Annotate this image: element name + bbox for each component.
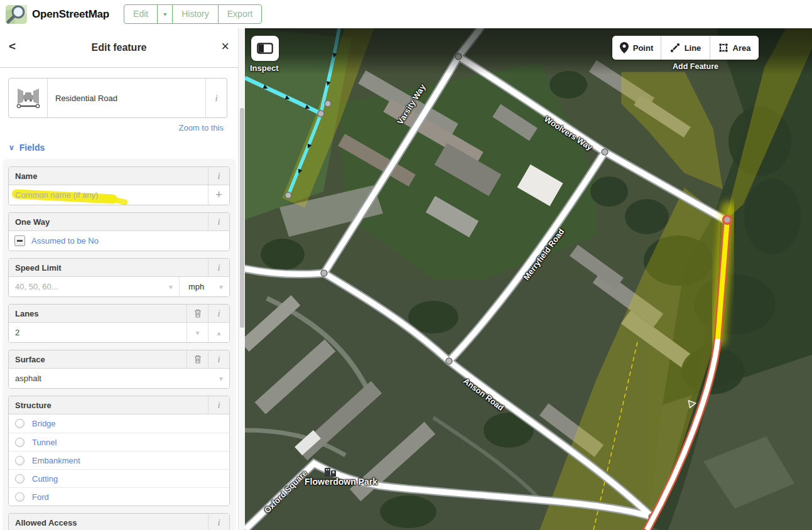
point-pin-icon <box>620 42 629 53</box>
inspect-icon <box>257 43 273 54</box>
preset-name: Residential Road <box>48 78 205 117</box>
inspect-label: Inspect <box>250 63 279 73</box>
add-language-button[interactable]: + <box>208 185 229 205</box>
trash-icon <box>194 355 202 364</box>
add-area-button[interactable]: Area <box>710 36 759 60</box>
info-icon: i <box>217 400 220 411</box>
structure-option-ford[interactable]: Ford <box>9 487 229 506</box>
export-button[interactable]: Export <box>218 4 262 24</box>
name-input[interactable] <box>9 185 208 205</box>
preset-info-button[interactable]: i <box>205 78 227 117</box>
info-icon: i <box>217 308 220 319</box>
edit-dropdown-caret-icon[interactable]: ▾ <box>157 4 173 24</box>
edit-feature-sidebar: < Edit feature × Residential Road <box>0 28 245 530</box>
info-icon: i <box>217 171 220 181</box>
one-way-checkbox[interactable] <box>14 235 25 246</box>
radio-icon <box>15 474 24 484</box>
speed-limit-label: Speed Limit <box>9 259 208 276</box>
info-icon: i <box>215 93 217 104</box>
lanes-info-button[interactable]: i <box>208 305 229 322</box>
line-icon <box>670 43 680 53</box>
surface-caret-icon[interactable]: ▾ <box>219 369 229 388</box>
structure-option-label: Bridge <box>32 419 56 428</box>
structure-option-cutting[interactable]: Cutting <box>9 469 229 487</box>
fields-section-toggle[interactable]: ∨ Fields <box>9 143 45 153</box>
speed-caret-icon[interactable]: ▾ <box>169 277 179 296</box>
name-field-label: Name <box>9 167 208 185</box>
lanes-field: Lanes i ▾ ▴ <box>8 304 230 343</box>
one-way-field: One Way i Assumed to be No <box>8 212 230 251</box>
surface-input[interactable] <box>9 369 219 388</box>
structure-option-label: Cutting <box>32 474 58 484</box>
brand-title: OpenStreetMap <box>32 8 109 21</box>
area-icon <box>718 43 728 53</box>
structure-option-tunnel[interactable]: Tunnel <box>9 433 229 451</box>
structure-option-embankment[interactable]: Embankment <box>9 451 229 469</box>
name-info-button[interactable]: i <box>208 167 229 185</box>
radio-icon <box>15 456 24 465</box>
add-feature-caption: Add Feature <box>650 62 741 71</box>
one-way-value: Assumed to be No <box>31 236 99 246</box>
surface-field: Surface i ▾ <box>8 350 230 389</box>
speed-unit-select[interactable]: mph ▾ <box>179 277 229 296</box>
structure-info-button[interactable]: i <box>208 396 229 414</box>
surface-label: Surface <box>9 350 187 368</box>
fields-section-title: Fields <box>19 143 45 153</box>
add-point-label: Point <box>633 43 654 53</box>
chevron-down-icon: ∨ <box>9 143 14 152</box>
selected-vertex[interactable] <box>723 216 732 224</box>
radio-icon <box>15 438 24 447</box>
info-icon: i <box>217 262 220 273</box>
speed-limit-input[interactable] <box>9 277 169 296</box>
top-nav: OpenStreetMap Edit ▾ History Export <box>0 0 812 28</box>
allowed-access-info-button[interactable]: i <box>208 514 229 530</box>
page-title: Edit feature <box>91 42 146 53</box>
osm-brand[interactable]: OpenStreetMap <box>0 4 109 24</box>
add-line-label: Line <box>685 43 701 53</box>
fields-panel: Name i + One Way <box>3 159 236 530</box>
id-editor-window: OpenStreetMap Edit ▾ History Export < Ed… <box>0 0 812 530</box>
lanes-decrement-button[interactable]: ▾ <box>187 323 208 342</box>
lanes-input[interactable] <box>9 323 187 342</box>
speed-limit-info-button[interactable]: i <box>208 259 229 276</box>
scrollbar-thumb[interactable] <box>240 108 244 328</box>
structure-option-label: Tunnel <box>32 438 57 447</box>
add-point-button[interactable]: Point <box>612 36 661 60</box>
preset-card[interactable]: Residential Road i <box>8 78 227 118</box>
nav-buttons: Edit ▾ History Export <box>124 4 262 24</box>
sidebar-header: < Edit feature × <box>0 28 238 68</box>
sidebar-scrollbar <box>238 28 245 530</box>
lanes-remove-button[interactable] <box>187 305 208 322</box>
info-icon: i <box>217 517 220 528</box>
structure-option-label: Embankment <box>32 456 80 465</box>
history-button[interactable]: History <box>172 4 219 24</box>
lanes-label: Lanes <box>9 305 187 322</box>
info-icon: i <box>217 217 220 227</box>
indeterminate-dash-icon <box>17 240 23 242</box>
speed-limit-field: Speed Limit i ▾ mph ▾ <box>8 258 230 297</box>
place-label-flowerdown-park: Flowerdown Park <box>305 477 377 487</box>
surface-info-button[interactable]: i <box>208 350 229 368</box>
residential-road-icon <box>9 78 48 117</box>
structure-option-label: Ford <box>32 492 49 502</box>
structure-label: Structure <box>9 396 208 414</box>
surface-remove-button[interactable] <box>187 350 208 368</box>
back-chevron-icon[interactable]: < <box>9 40 16 53</box>
add-line-button[interactable]: Line <box>661 36 710 60</box>
one-way-info-button[interactable]: i <box>208 213 229 230</box>
plus-icon: + <box>215 188 222 202</box>
unit-caret-icon: ▾ <box>219 283 229 291</box>
add-area-label: Area <box>733 43 751 53</box>
inspect-button[interactable] <box>251 36 279 61</box>
trash-icon <box>194 309 202 318</box>
close-icon[interactable]: × <box>221 38 229 55</box>
lanes-increment-button[interactable]: ▴ <box>208 323 229 342</box>
zoom-to-this-link[interactable]: Zoom to this <box>178 123 224 132</box>
allowed-access-field: Allowed Access i <box>8 513 230 530</box>
osm-logo-icon <box>5 4 28 24</box>
edit-button[interactable]: Edit <box>124 4 158 24</box>
structure-option-bridge[interactable]: Bridge <box>9 414 229 433</box>
map-viewport: Varsity Way Woolvers Way Merryfield Road… <box>245 28 812 530</box>
structure-field: Structure i Bridge Tunnel Embankment <box>8 396 230 506</box>
radio-icon <box>15 419 24 428</box>
